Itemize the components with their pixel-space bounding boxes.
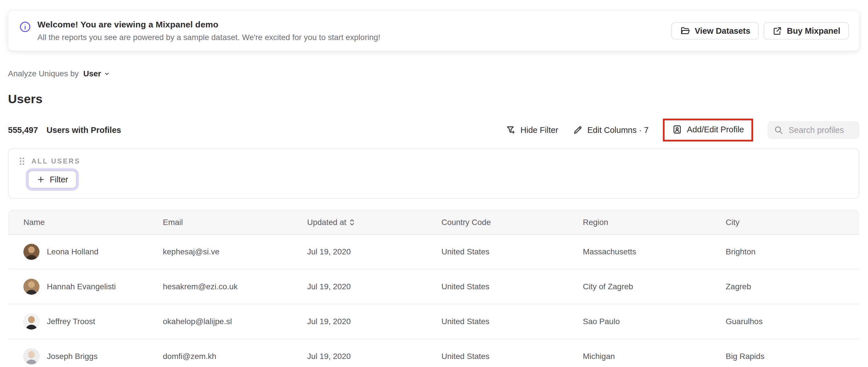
analyze-label: Analyze Uniques by [8, 69, 79, 78]
view-datasets-label: View Datasets [695, 26, 751, 36]
add-edit-profile-label: Add/Edit Profile [687, 125, 744, 134]
table-row[interactable]: Jeffrey Troost okahelop@lalijpe.sl Jul 1… [8, 304, 860, 339]
search-profiles-box[interactable] [768, 121, 860, 139]
toolbar: Hide Filter Edit Columns · 7 [506, 119, 860, 142]
column-header-label: Name [24, 218, 45, 227]
city-cell: Brighton [726, 247, 860, 256]
search-profiles-input[interactable] [788, 125, 853, 135]
country-cell: United States [441, 317, 583, 326]
avatar [24, 313, 39, 330]
edit-columns-label: Edit Columns · 7 [587, 125, 649, 135]
region-cell: Massachusetts [583, 247, 726, 256]
filter-group-label: ALL USERS [31, 157, 81, 165]
hide-filter-label: Hide Filter [521, 125, 558, 135]
column-header-label: City [726, 218, 739, 227]
search-icon [774, 125, 783, 135]
table-row[interactable]: Hannah Evangelisti hesakrem@ezi.co.uk Ju… [8, 270, 860, 304]
country-cell: United States [441, 247, 583, 256]
column-header-name[interactable]: Name [24, 218, 163, 227]
analyze-selected-value: User [83, 69, 101, 78]
column-header-label: Region [583, 218, 608, 227]
profiles-table: Name Email Updated at Country Code Regio… [8, 210, 860, 367]
region-cell: City of Zagreb [583, 282, 726, 291]
view-datasets-button[interactable]: View Datasets [672, 22, 759, 39]
email-cell: okahelop@lalijpe.sl [163, 317, 307, 326]
demo-banner: Welcome! You are viewing a Mixpanel demo… [8, 10, 860, 51]
email-cell: domfi@zem.kh [163, 352, 307, 361]
buy-mixpanel-label: Buy Mixpanel [787, 26, 840, 36]
country-cell: United States [441, 282, 583, 291]
updated-at-cell: Jul 19, 2020 [307, 317, 441, 326]
table-row[interactable]: Joseph Briggs domfi@zem.kh Jul 19, 2020 … [8, 339, 860, 367]
email-cell: kephesaj@si.ve [163, 247, 307, 256]
hide-filter-button[interactable]: Hide Filter [506, 125, 558, 135]
add-filter-label: Filter [50, 175, 68, 184]
edit-columns-button[interactable]: Edit Columns · 7 [572, 125, 649, 135]
updated-at-cell: Jul 19, 2020 [307, 282, 441, 291]
avatar [24, 279, 39, 295]
filter-panel: ALL USERS Filter [8, 148, 860, 198]
banner-subtitle: All the reports you see are powered by a… [37, 33, 380, 42]
column-header-region[interactable]: Region [583, 218, 726, 227]
name-cell: Joseph Briggs [24, 348, 163, 364]
pencil-icon [572, 125, 583, 135]
column-header-country-code[interactable]: Country Code [441, 218, 583, 227]
profiles-count-number: 555,497 [8, 125, 38, 135]
city-cell: Guarulhos [726, 317, 860, 326]
user-name: Jeffrey Troost [47, 317, 95, 326]
funnel-plus-icon [506, 125, 516, 135]
sort-icon[interactable] [349, 218, 355, 226]
profile-badge-icon [672, 124, 682, 134]
city-cell: Zagreb [726, 282, 860, 291]
column-header-email[interactable]: Email [163, 218, 307, 227]
info-icon [19, 21, 31, 33]
profiles-count: 555,497 Users with Profiles [8, 125, 121, 135]
column-header-city[interactable]: City [726, 218, 860, 227]
count-toolbar-row: 555,497 Users with Profiles Hide Filter [8, 119, 860, 142]
drag-handle-icon[interactable] [18, 157, 26, 165]
name-cell: Jeffrey Troost [24, 313, 163, 330]
tutorial-highlight-box: Add/Edit Profile [663, 119, 753, 142]
region-cell: Sao Paulo [583, 317, 726, 326]
chevron-down-icon [103, 70, 110, 77]
banner-message: Welcome! You are viewing a Mixpanel demo… [19, 20, 380, 42]
user-name: Joseph Briggs [47, 352, 97, 361]
profiles-count-label: Users with Profiles [46, 125, 121, 135]
table-row[interactable]: Leona Holland kephesaj@si.ve Jul 19, 202… [8, 235, 860, 270]
folder-icon [680, 26, 690, 36]
analyze-by-dropdown[interactable]: User [82, 68, 112, 80]
filter-group-header: ALL USERS [18, 157, 848, 165]
name-cell: Hannah Evangelisti [24, 279, 163, 295]
banner-actions: View Datasets Buy Mixpanel [672, 22, 849, 39]
city-cell: Big Rapids [726, 352, 860, 361]
region-cell: Michigan [583, 352, 726, 361]
buy-mixpanel-button[interactable]: Buy Mixpanel [764, 22, 849, 39]
avatar [24, 348, 39, 364]
external-link-icon [772, 26, 782, 36]
add-edit-profile-button[interactable]: Add/Edit Profile [672, 124, 744, 134]
column-header-updated-at[interactable]: Updated at [307, 218, 441, 227]
name-cell: Leona Holland [24, 244, 163, 260]
column-header-label: Email [163, 218, 183, 227]
banner-text-block: Welcome! You are viewing a Mixpanel demo… [37, 20, 380, 42]
column-header-label: Updated at [307, 218, 346, 227]
banner-title: Welcome! You are viewing a Mixpanel demo [37, 20, 380, 29]
updated-at-cell: Jul 19, 2020 [307, 352, 441, 361]
user-name: Hannah Evangelisti [47, 282, 116, 291]
plus-icon [37, 175, 45, 184]
updated-at-cell: Jul 19, 2020 [307, 247, 441, 256]
add-filter-button[interactable]: Filter [28, 171, 76, 188]
table-header-row: Name Email Updated at Country Code Regio… [8, 210, 860, 235]
column-header-label: Country Code [441, 218, 491, 227]
page-title: Users [8, 92, 860, 106]
user-name: Leona Holland [47, 247, 99, 256]
analyze-row: Analyze Uniques by User [8, 68, 860, 80]
country-cell: United States [441, 352, 583, 361]
email-cell: hesakrem@ezi.co.uk [163, 282, 307, 291]
avatar [24, 244, 39, 260]
users-page: Welcome! You are viewing a Mixpanel demo… [0, 0, 868, 367]
